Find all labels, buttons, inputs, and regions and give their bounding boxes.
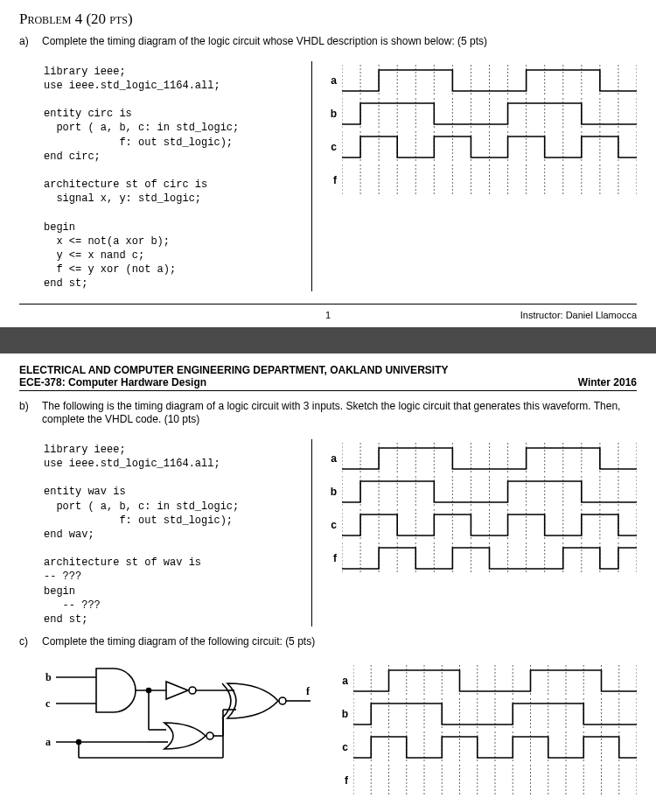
timing-diagram-c: a b c f [334, 665, 637, 796]
timing-diagram-a: a b c f [323, 65, 637, 196]
vhdl-code-b: library ieee; use ieee.std_logic_1164.al… [44, 443, 306, 626]
timing-c-col: a b c f [334, 662, 637, 796]
wave-a-c: c [323, 131, 637, 163]
code-b-col: library ieee; use ieee.std_logic_1164.al… [44, 439, 312, 626]
part-b-row: b) The following is the timing diagram o… [19, 400, 637, 434]
wave-b-a: a [323, 443, 637, 474]
input-b-label: b [45, 671, 52, 683]
part-b-content: library ieee; use ieee.std_logic_1164.al… [44, 439, 637, 626]
input-c-label: c [45, 697, 51, 710]
part-a-text: Complete the timing diagram of the logic… [42, 35, 487, 49]
problem-title: Problem 4 (20 pts) [19, 10, 637, 28]
wave-a-f: f [323, 164, 637, 196]
part-c-label: c) [19, 635, 37, 656]
timing-diagram-b: a b c f [323, 443, 637, 574]
wave-c-c: c [334, 732, 637, 763]
part-c-row: c) Complete the timing diagram of the fo… [19, 635, 637, 656]
part-c-content: b c a [44, 662, 637, 796]
timing-b-col: a b c f [323, 439, 637, 626]
wave-a-a: a [323, 65, 637, 96]
input-a-label: a [45, 736, 51, 748]
svg-point-145 [206, 732, 213, 739]
page-1: Problem 4 (20 pts) a) Complete the timin… [0, 0, 656, 327]
dept-name: ELECTRICAL AND COMPUTER ENGINEERING DEPA… [19, 364, 448, 376]
page-1-footer: 1 Instructor: Daniel Llamocca [19, 304, 637, 320]
wave-b-b: b [323, 476, 637, 508]
code-a-col: library ieee; use ieee.std_logic_1164.al… [44, 61, 312, 291]
output-f-label: f [306, 685, 311, 697]
not-gate-icon [166, 682, 188, 699]
wave-b-f: f [323, 542, 637, 574]
wave-a-b: b [323, 98, 637, 130]
instructor-name: Instructor: Daniel Llamocca [520, 310, 637, 320]
timing-a-col: a b c f [323, 61, 637, 291]
page-number: 1 [325, 310, 331, 320]
svg-point-140 [189, 687, 196, 694]
part-a-label: a) [19, 35, 37, 56]
page-2-header: ELECTRICAL AND COMPUTER ENGINEERING DEPA… [19, 364, 637, 391]
nor-gate-icon [164, 723, 206, 749]
wave-c-a: a [334, 665, 637, 696]
wave-b-c: c [323, 509, 637, 541]
wave-c-b: b [334, 698, 637, 730]
xnor-gate-icon [227, 683, 278, 718]
logic-circuit-diagram: b c a [44, 662, 324, 775]
and-gate-icon [96, 668, 136, 712]
svg-point-154 [279, 697, 286, 704]
wave-c-f: f [334, 765, 637, 796]
page-gap [0, 327, 656, 354]
part-c-text: Complete the timing diagram of the follo… [42, 635, 315, 649]
part-a-row: a) Complete the timing diagram of the lo… [19, 35, 637, 56]
part-b-text: The following is the timing diagram of a… [42, 400, 637, 427]
part-b-label: b) [19, 400, 37, 434]
page-2: ELECTRICAL AND COMPUTER ENGINEERING DEPA… [0, 354, 656, 803]
vhdl-code-a: library ieee; use ieee.std_logic_1164.al… [44, 65, 306, 291]
course-name: ECE-378: Computer Hardware Design [19, 376, 448, 388]
term: Winter 2016 [578, 376, 637, 388]
part-a-content: library ieee; use ieee.std_logic_1164.al… [44, 61, 637, 291]
